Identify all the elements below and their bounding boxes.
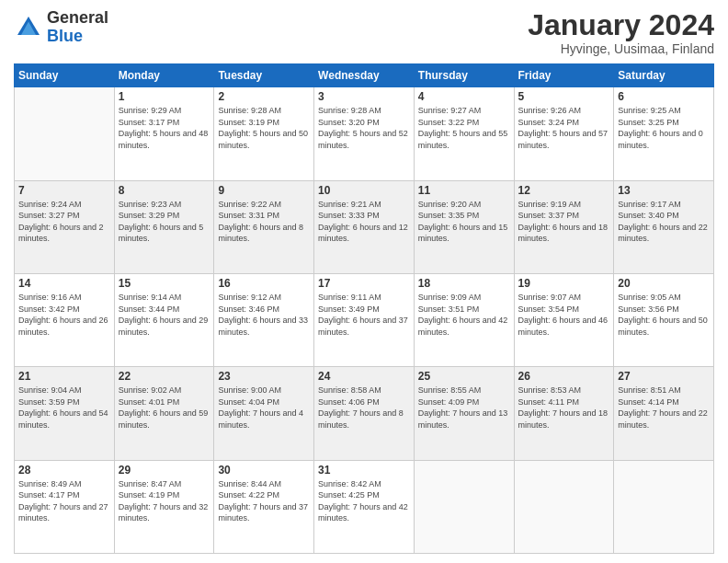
day-info: Sunrise: 9:25 AMSunset: 3:25 PMDaylight:… [618, 105, 710, 151]
calendar-cell: 10Sunrise: 9:21 AMSunset: 3:33 PMDayligh… [314, 180, 415, 273]
calendar-cell [514, 460, 614, 553]
calendar-cell: 11Sunrise: 9:20 AMSunset: 3:35 PMDayligh… [414, 180, 514, 273]
calendar-cell [15, 87, 115, 180]
day-info: Sunrise: 9:29 AMSunset: 3:17 PMDaylight:… [119, 105, 210, 151]
calendar-week-5: 28Sunrise: 8:49 AMSunset: 4:17 PMDayligh… [15, 460, 714, 553]
calendar-cell: 2Sunrise: 9:28 AMSunset: 3:19 PMDaylight… [214, 87, 314, 180]
day-number: 7 [18, 184, 110, 197]
day-info: Sunrise: 9:20 AMSunset: 3:35 PMDaylight:… [418, 199, 510, 245]
col-header-tuesday: Tuesday [214, 64, 314, 87]
day-number: 24 [318, 370, 410, 383]
day-info: Sunrise: 9:27 AMSunset: 3:22 PMDaylight:… [418, 105, 510, 151]
day-number: 4 [418, 90, 510, 103]
day-info: Sunrise: 8:53 AMSunset: 4:11 PMDaylight:… [518, 385, 610, 431]
col-header-wednesday: Wednesday [314, 64, 415, 87]
calendar-cell: 4Sunrise: 9:27 AMSunset: 3:22 PMDaylight… [414, 87, 514, 180]
calendar-cell: 5Sunrise: 9:26 AMSunset: 3:24 PMDaylight… [514, 87, 614, 180]
day-number: 28 [18, 464, 110, 477]
day-info: Sunrise: 9:02 AMSunset: 4:01 PMDaylight:… [119, 385, 210, 431]
day-info: Sunrise: 9:19 AMSunset: 3:37 PMDaylight:… [518, 199, 610, 245]
calendar-cell: 6Sunrise: 9:25 AMSunset: 3:25 PMDaylight… [614, 87, 714, 180]
day-info: Sunrise: 9:11 AMSunset: 3:49 PMDaylight:… [318, 292, 410, 338]
calendar-cell: 26Sunrise: 8:53 AMSunset: 4:11 PMDayligh… [514, 367, 614, 460]
day-number: 23 [218, 370, 310, 383]
day-info: Sunrise: 8:47 AMSunset: 4:19 PMDaylight:… [119, 478, 210, 524]
calendar-cell: 28Sunrise: 8:49 AMSunset: 4:17 PMDayligh… [15, 460, 115, 553]
calendar-cell: 13Sunrise: 9:17 AMSunset: 3:40 PMDayligh… [614, 180, 714, 273]
header: General Blue January 2024 Hyvinge, Uusim… [14, 9, 714, 56]
calendar-cell: 9Sunrise: 9:22 AMSunset: 3:31 PMDaylight… [214, 180, 314, 273]
logo: General Blue [14, 9, 108, 46]
day-info: Sunrise: 8:55 AMSunset: 4:09 PMDaylight:… [418, 385, 510, 431]
day-info: Sunrise: 9:04 AMSunset: 3:59 PMDaylight:… [18, 385, 110, 431]
day-info: Sunrise: 9:26 AMSunset: 3:24 PMDaylight:… [518, 105, 610, 151]
day-number: 30 [218, 464, 310, 477]
day-info: Sunrise: 9:00 AMSunset: 4:04 PMDaylight:… [218, 385, 310, 431]
calendar-cell: 15Sunrise: 9:14 AMSunset: 3:44 PMDayligh… [114, 273, 214, 366]
calendar-page: General Blue January 2024 Hyvinge, Uusim… [0, 0, 728, 563]
col-header-thursday: Thursday [414, 64, 514, 87]
calendar-cell: 3Sunrise: 9:28 AMSunset: 3:20 PMDaylight… [314, 87, 415, 180]
day-number: 26 [518, 370, 610, 383]
calendar-cell [414, 460, 514, 553]
col-header-monday: Monday [114, 64, 214, 87]
calendar-cell: 12Sunrise: 9:19 AMSunset: 3:37 PMDayligh… [514, 180, 614, 273]
calendar-cell: 18Sunrise: 9:09 AMSunset: 3:51 PMDayligh… [414, 273, 514, 366]
calendar-cell: 17Sunrise: 9:11 AMSunset: 3:49 PMDayligh… [314, 273, 415, 366]
day-info: Sunrise: 9:12 AMSunset: 3:46 PMDaylight:… [218, 292, 310, 338]
day-info: Sunrise: 9:28 AMSunset: 3:19 PMDaylight:… [218, 105, 310, 151]
calendar-cell: 16Sunrise: 9:12 AMSunset: 3:46 PMDayligh… [214, 273, 314, 366]
day-info: Sunrise: 9:24 AMSunset: 3:27 PMDaylight:… [18, 199, 110, 245]
calendar-cell: 8Sunrise: 9:23 AMSunset: 3:29 PMDaylight… [114, 180, 214, 273]
day-number: 18 [418, 277, 510, 290]
day-number: 16 [218, 277, 310, 290]
day-info: Sunrise: 9:28 AMSunset: 3:20 PMDaylight:… [318, 105, 410, 151]
calendar-subtitle: Hyvinge, Uusimaa, Finland [528, 41, 714, 56]
calendar-cell: 25Sunrise: 8:55 AMSunset: 4:09 PMDayligh… [414, 367, 514, 460]
day-info: Sunrise: 9:05 AMSunset: 3:56 PMDaylight:… [618, 292, 710, 338]
calendar-week-3: 14Sunrise: 9:16 AMSunset: 3:42 PMDayligh… [15, 273, 714, 366]
day-info: Sunrise: 8:58 AMSunset: 4:06 PMDaylight:… [318, 385, 410, 431]
col-header-friday: Friday [514, 64, 614, 87]
calendar-cell: 7Sunrise: 9:24 AMSunset: 3:27 PMDaylight… [15, 180, 115, 273]
day-number: 12 [518, 184, 610, 197]
day-number: 1 [119, 90, 210, 103]
day-number: 2 [218, 90, 310, 103]
day-info: Sunrise: 8:44 AMSunset: 4:22 PMDaylight:… [218, 478, 310, 524]
calendar-cell: 19Sunrise: 9:07 AMSunset: 3:54 PMDayligh… [514, 273, 614, 366]
calendar-cell: 14Sunrise: 9:16 AMSunset: 3:42 PMDayligh… [15, 273, 115, 366]
day-number: 6 [618, 90, 710, 103]
logo-line1: General [47, 9, 108, 28]
day-number: 29 [119, 464, 210, 477]
day-number: 13 [618, 184, 710, 197]
col-header-saturday: Saturday [614, 64, 714, 87]
day-number: 25 [418, 370, 510, 383]
calendar-title: January 2024 [528, 9, 714, 41]
calendar-table: SundayMondayTuesdayWednesdayThursdayFrid… [14, 63, 714, 554]
calendar-cell [614, 460, 714, 553]
logo-line2: Blue [47, 28, 108, 46]
logo-icon [14, 13, 43, 42]
day-number: 3 [318, 90, 410, 103]
day-number: 14 [18, 277, 110, 290]
day-info: Sunrise: 8:42 AMSunset: 4:25 PMDaylight:… [318, 478, 410, 524]
day-number: 8 [119, 184, 210, 197]
calendar-header-row: SundayMondayTuesdayWednesdayThursdayFrid… [15, 64, 714, 87]
day-number: 21 [18, 370, 110, 383]
calendar-cell: 29Sunrise: 8:47 AMSunset: 4:19 PMDayligh… [114, 460, 214, 553]
day-info: Sunrise: 9:09 AMSunset: 3:51 PMDaylight:… [418, 292, 510, 338]
day-number: 31 [318, 464, 410, 477]
day-number: 5 [518, 90, 610, 103]
day-number: 22 [119, 370, 210, 383]
day-number: 20 [618, 277, 710, 290]
day-number: 15 [119, 277, 210, 290]
calendar-week-4: 21Sunrise: 9:04 AMSunset: 3:59 PMDayligh… [15, 367, 714, 460]
day-info: Sunrise: 9:14 AMSunset: 3:44 PMDaylight:… [119, 292, 210, 338]
title-block: January 2024 Hyvinge, Uusimaa, Finland [528, 9, 714, 56]
day-info: Sunrise: 8:51 AMSunset: 4:14 PMDaylight:… [618, 385, 710, 431]
day-info: Sunrise: 9:16 AMSunset: 3:42 PMDaylight:… [18, 292, 110, 338]
day-info: Sunrise: 9:07 AMSunset: 3:54 PMDaylight:… [518, 292, 610, 338]
calendar-cell: 31Sunrise: 8:42 AMSunset: 4:25 PMDayligh… [314, 460, 415, 553]
day-number: 27 [618, 370, 710, 383]
calendar-cell: 21Sunrise: 9:04 AMSunset: 3:59 PMDayligh… [15, 367, 115, 460]
